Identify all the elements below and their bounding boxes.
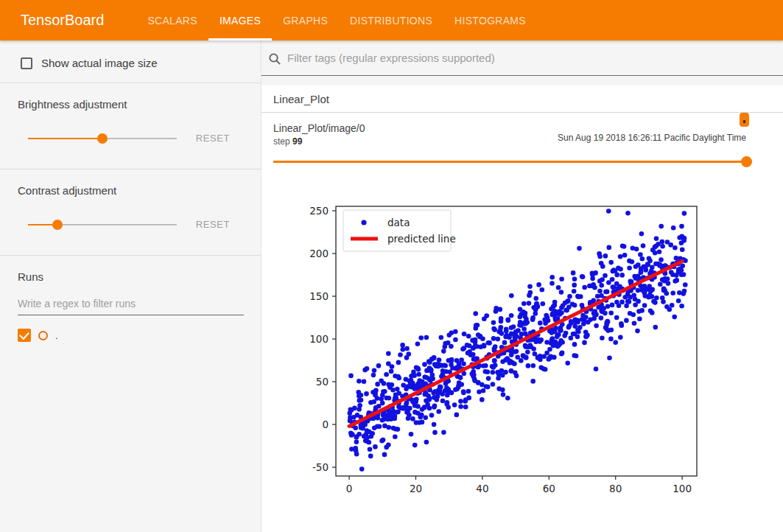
image-card-timestamp: Sun Aug 19 2018 16:26:11 Pacific Dayligh… — [558, 133, 746, 143]
tag-section-title: Linear_Plot — [261, 85, 783, 113]
svg-text:200: 200 — [309, 248, 329, 259]
top-nav: SCALARS IMAGES GRAPHS DISTRIBUTIONS HIST… — [136, 0, 537, 41]
run-item[interactable]: . — [18, 329, 243, 342]
runs-title: Runs — [18, 270, 243, 283]
image-plot-wrap: 020406080100-50050100150200250datapredic… — [273, 195, 746, 531]
sidebar: Show actual image size Brightness adjust… — [0, 41, 261, 532]
run-name: . — [55, 330, 58, 341]
brightness-label: Brightness adjustment — [18, 98, 243, 111]
scatter-plot-image: 020406080100-50050100150200250datapredic… — [273, 195, 734, 528]
image-card: Linear_Plot/image/0 step 99 Sun Aug 19 2… — [261, 113, 783, 531]
svg-text:50: 50 — [316, 376, 329, 388]
svg-text:100: 100 — [309, 333, 329, 345]
tag-section: Linear_Plot Linear_Plot/image/0 step 99 … — [261, 85, 783, 532]
app-title: TensorBoard — [21, 12, 104, 29]
svg-text:80: 80 — [609, 483, 622, 494]
tab-scalars[interactable]: SCALARS — [136, 0, 208, 41]
contrast-label: Contrast adjustment — [18, 184, 243, 197]
brightness-slider-thumb[interactable] — [97, 133, 108, 144]
svg-text:20: 20 — [410, 483, 422, 494]
tab-histograms[interactable]: HISTOGRAMS — [443, 0, 537, 41]
step-value: 99 — [292, 136, 302, 147]
svg-text:0: 0 — [322, 419, 329, 430]
svg-text:60: 60 — [543, 483, 555, 494]
contrast-reset-button[interactable]: RESET — [196, 219, 230, 230]
step-slider-thumb[interactable] — [741, 156, 752, 167]
svg-text:100: 100 — [673, 483, 692, 494]
svg-text:0: 0 — [346, 483, 353, 494]
app-header: TensorBoard SCALARS IMAGES GRAPHS DISTRI… — [0, 0, 783, 41]
svg-text:data: data — [387, 217, 410, 228]
svg-text:150: 150 — [309, 290, 329, 302]
main-area: Linear_Plot Linear_Plot/image/0 step 99 … — [261, 41, 783, 532]
tag-filter-bar — [261, 41, 783, 76]
search-icon — [268, 52, 281, 66]
tab-graphs[interactable]: GRAPHS — [272, 0, 339, 41]
step-slider-pin-icon — [740, 113, 749, 127]
tab-distributions[interactable]: DISTRIBUTIONS — [339, 0, 443, 41]
show-actual-image-size-checkbox[interactable] — [21, 57, 32, 69]
runs-regex-input[interactable] — [18, 293, 244, 315]
svg-text:predicted line: predicted line — [387, 233, 456, 245]
svg-text:-50: -50 — [312, 461, 329, 473]
spacer — [261, 76, 783, 85]
step-slider[interactable] — [273, 156, 746, 167]
run-checkbox[interactable] — [18, 329, 31, 342]
brightness-slider[interactable] — [28, 133, 177, 144]
run-color-circle — [38, 331, 48, 340]
brightness-reset-button[interactable]: RESET — [196, 133, 230, 144]
contrast-slider-thumb[interactable] — [52, 220, 63, 230]
svg-text:40: 40 — [476, 483, 488, 494]
show-actual-image-size-row[interactable]: Show actual image size — [21, 57, 243, 69]
contrast-slider[interactable] — [28, 220, 177, 230]
tab-images[interactable]: IMAGES — [208, 0, 272, 41]
show-actual-image-size-label: Show actual image size — [41, 57, 158, 69]
svg-text:250: 250 — [309, 205, 329, 217]
tag-filter-input[interactable] — [287, 52, 780, 64]
